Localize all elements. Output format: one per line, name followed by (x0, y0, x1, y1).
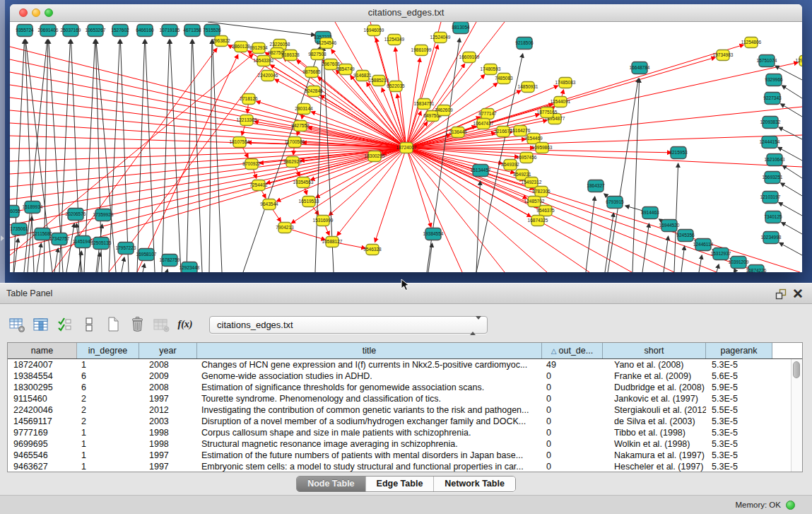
graph-node-teal[interactable]: 9245356 (676, 230, 695, 242)
function-icon[interactable]: f(x) (177, 315, 194, 334)
graph-node-yellow[interactable]: 9546328 (363, 245, 382, 255)
graph-node-teal[interactable]: 12923448 (180, 262, 200, 273)
graph-node-yellow[interactable]: 11254349 (384, 35, 405, 45)
column-header-year[interactable]: year (139, 343, 197, 358)
column-header-out_de[interactable]: △out_de... (542, 343, 603, 358)
graph-node-yellow[interactable]: 9643544 (260, 199, 278, 210)
graph-node-teal[interactable]: 15751074 (757, 55, 777, 67)
column-header-name[interactable]: name (8, 343, 77, 358)
graph-node-teal[interactable]: 9218506 (515, 37, 534, 49)
table-row[interactable]: 1938455462009Genome-wide association stu… (8, 370, 802, 382)
float-panel-icon[interactable] (775, 288, 787, 300)
graph-node-yellow[interactable]: 19861099 (411, 45, 432, 56)
graph-node-teal[interactable]: 12103197 (760, 192, 781, 204)
import-table-icon[interactable] (153, 315, 170, 334)
graph-node-teal[interactable]: 4671358 (183, 25, 201, 37)
graph-node-yellow[interactable]: 16946059 (364, 25, 384, 36)
divider-handle-icon[interactable] (1, 235, 4, 241)
graph-node-yellow[interactable]: 2803144 (295, 104, 313, 115)
graph-node-teal[interactable]: 10234998 (761, 232, 782, 244)
graph-node-teal[interactable]: 2526055 (10, 206, 20, 218)
graph-node-yellow[interactable]: 15834751 (414, 99, 435, 110)
graph-node-yellow[interactable]: 9875685 (302, 67, 321, 78)
graph-node-yellow[interactable]: 17485083 (555, 78, 576, 88)
graph-node-teal[interactable]: 15312937 (711, 248, 731, 260)
graph-node-teal[interactable]: 10653267 (86, 25, 106, 37)
table-row[interactable]: 969969511998Structural magnetic resonanc… (8, 438, 802, 450)
graph-node-teal[interactable]: 9329966 (765, 74, 783, 86)
graph-node-yellow[interactable]: 12524049 (430, 33, 451, 43)
graph-node-teal[interactable]: 20691406 (38, 25, 59, 37)
rows-icon[interactable] (81, 315, 98, 334)
column-header-in_degree[interactable]: in_degree (77, 343, 139, 358)
graph-node-teal[interactable]: 16210643 (765, 154, 785, 166)
graph-node-yellow[interactable]: 8549392 (501, 160, 519, 170)
graph-node-teal[interactable]: 17957223 (116, 243, 136, 255)
graph-node-yellow[interactable]: 9546375 (536, 206, 555, 216)
graph-node-yellow[interactable]: 3216677 (494, 127, 512, 137)
graph-node-yellow[interactable]: 8912934 (249, 43, 268, 54)
graph-node-yellow[interactable]: 9827508 (308, 49, 326, 60)
graph-node-yellow[interactable]: 8186328 (281, 50, 300, 61)
graph-node-teal[interactable]: 8813054 (452, 22, 470, 34)
graph-node-teal[interactable]: 17342757 (49, 233, 70, 245)
graph-node-teal[interactable]: 15134457 (471, 165, 491, 177)
graph-node-teal[interactable]: 15693251 (763, 172, 783, 184)
graph-node-teal[interactable]: 16782759 (160, 255, 180, 267)
tab-node-table[interactable]: Node Table (297, 477, 365, 491)
split-pane-divider[interactable] (0, 0, 5, 283)
graph-node-yellow[interactable]: 8427552 (291, 121, 310, 132)
graph-node-yellow[interactable]: 16519533 (299, 197, 319, 207)
graph-node-yellow[interactable]: 19734983 (713, 50, 734, 61)
graph-node-teal[interactable]: 6793915 (606, 197, 624, 209)
graph-node-yellow[interactable]: 2967608 (322, 59, 340, 70)
graph-node-teal[interactable]: 7340125 (764, 211, 782, 223)
table-row[interactable]: 2242004622012Investigating the contribut… (8, 404, 802, 416)
column-header-short[interactable]: short (603, 343, 706, 358)
column-header-title[interactable]: title (197, 343, 542, 358)
graph-node-yellow[interactable]: 8700922 (242, 159, 261, 170)
graph-node-teal[interactable]: 10391209 (729, 257, 749, 269)
graph-node-yellow[interactable]: 9242848 (305, 86, 323, 97)
graph-node-yellow[interactable]: 7485083 (495, 74, 513, 84)
vertical-scrollbar[interactable] (791, 359, 802, 472)
table-row[interactable]: 946554611997Estimation of the future num… (8, 450, 802, 461)
graph-node-teal[interactable]: 1527602 (111, 25, 129, 37)
tab-edge-table[interactable]: Edge Table (365, 477, 434, 491)
graph-node-teal[interactable]: 8914463 (641, 207, 659, 219)
graph-node-yellow[interactable]: 10354563 (293, 177, 314, 188)
graph-node-teal[interactable]: 12093832 (760, 117, 781, 129)
graph-node-teal[interactable]: 9355724 (16, 25, 34, 37)
table-row[interactable]: 1872400712008Changes of HCN gene express… (8, 359, 802, 370)
graph-node-teal[interactable]: 25037169 (61, 25, 81, 37)
graph-node-teal[interactable]: 17359928 (93, 209, 114, 221)
graph-node-yellow[interactable]: 18107554 (230, 137, 250, 148)
graph-node-teal[interactable]: 7515526 (203, 25, 221, 37)
table-select-dropdown[interactable]: citations_edges.txt (209, 316, 488, 334)
graph-node-teal[interactable]: 12115686 (33, 228, 53, 240)
network-graph-canvas[interactable]: 9355724206914062503716910653267152760264… (10, 22, 802, 272)
graph-node-teal[interactable]: 16648784 (630, 62, 650, 74)
graph-node-yellow[interactable]: 2136448 (449, 127, 467, 138)
trash-icon[interactable] (129, 315, 146, 334)
graph-node-teal[interactable]: 1864327 (587, 180, 605, 192)
graph-node-teal[interactable]: 10719185 (160, 25, 180, 37)
window-titlebar[interactable]: citations_edges.txt (10, 4, 802, 22)
graph-node-teal[interactable]: 12505135 (91, 238, 112, 250)
graph-node-yellow[interactable]: 17480593 (481, 64, 501, 75)
scrollbar-thumb[interactable] (793, 361, 800, 378)
graph-node-teal[interactable]: 19384554 (423, 228, 444, 240)
table-row[interactable]: 946362711997Embryonic stem cells: a mode… (8, 461, 802, 472)
column-header-pagerank[interactable]: pagerank (706, 343, 772, 358)
graph-node-teal[interactable]: 12444154 (760, 136, 780, 148)
graph-node-yellow[interactable]: 8782306 (532, 187, 551, 197)
close-panel-icon[interactable]: ✕ (792, 285, 804, 303)
graph-node-yellow[interactable]: 7462609 (435, 105, 453, 116)
graph-node-yellow[interactable]: 11254806 (741, 37, 762, 48)
new-file-icon[interactable] (105, 315, 122, 334)
graph-node-yellow[interactable]: 9146821 (353, 71, 372, 81)
graph-node-teal[interactable]: 9227343 (763, 93, 782, 105)
table-settings-icon[interactable] (8, 315, 25, 334)
graph-node-yellow[interactable]: 12973495 (796, 56, 802, 66)
show-columns-icon[interactable] (33, 315, 49, 334)
